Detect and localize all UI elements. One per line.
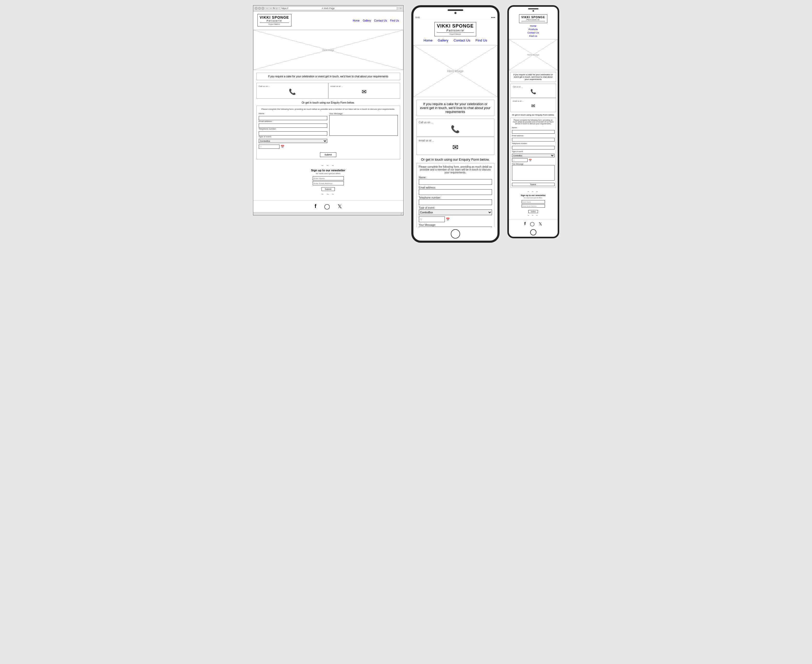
instagram-icon[interactable]: ◯	[324, 203, 330, 210]
mobile-newsletter-email[interactable]	[521, 204, 545, 208]
phone-logo-box: VIKKI SPONGE Patisserie Expert Bakers	[434, 22, 476, 36]
mobile-event-select[interactable]: ComboBox	[512, 154, 555, 157]
enquiry-form-wrapper: Please complete the following form, prov…	[257, 106, 400, 159]
email-box: email us at ... ✉	[328, 83, 400, 99]
mobile-nav-contact[interactable]: Contact Us	[527, 31, 539, 34]
mobile-tagline: If you require a cake for your celebrati…	[510, 72, 556, 82]
form-col-right: Your Message:	[329, 112, 398, 149]
browser-close-btn[interactable]	[255, 7, 257, 10]
phone-main-nav: Home Gallery Contact Us Find Us	[424, 38, 487, 42]
phone-event-select[interactable]: ComboBox	[419, 210, 492, 215]
browser-address-bar[interactable]: https://	[280, 7, 397, 10]
phone-status-bar: 9:41 ●●●	[413, 16, 497, 20]
browser-refresh-btn[interactable]: ↻	[273, 7, 275, 10]
mobile-name-label: Name:	[512, 127, 555, 129]
phone-calendar-icon[interactable]: 📅	[446, 218, 450, 221]
browser-home-nav-btn[interactable]: ⌂	[276, 7, 278, 10]
phone-telephone-label: Telephone number:	[419, 196, 492, 199]
mobile-event-label: Type of event:	[512, 151, 555, 152]
browser-back-btn[interactable]: ←	[266, 7, 269, 10]
message-textarea[interactable]	[329, 115, 398, 136]
mobile-nav-home[interactable]: Home	[527, 24, 539, 27]
phone-nav-gallery[interactable]: Gallery	[438, 38, 448, 42]
mobile-submit-button[interactable]: Submit	[512, 183, 555, 186]
phone-nav-contact[interactable]: Contact Us	[454, 38, 470, 42]
browser-min-btn[interactable]	[258, 7, 261, 10]
desktop-browser-frame: A Web Page ← → ↻ ⌂ https:// ☆ VIKKI SPON…	[253, 5, 404, 215]
nav-home[interactable]: Home	[353, 19, 360, 22]
mobile-nav-products[interactable]: Products	[527, 28, 539, 31]
phone-phone-icon: 📞	[419, 125, 492, 133]
phone-email-box: email us at ... ✉	[416, 137, 494, 155]
date-row: 📅	[259, 145, 327, 149]
enquiry-heading: Or get in touch using our Enquiry Form b…	[257, 101, 400, 104]
mobile-facebook-icon[interactable]: f	[524, 221, 526, 226]
mobile-newsletter-submit[interactable]: Submit	[528, 210, 538, 213]
mobile-nav-find-us[interactable]: Find Us	[527, 35, 539, 37]
event-type-select[interactable]: ComboBox	[259, 139, 327, 143]
mobile-email-icon: ✉	[513, 103, 554, 109]
mobile-name-input[interactable]	[512, 130, 555, 134]
mobile-frame: VIKKI SPONGE Patisserie Home Products Co…	[507, 5, 559, 238]
browser-toolbar: A Web Page ← → ↻ ⌂ https:// ☆	[253, 5, 403, 11]
mobile-calendar-icon[interactable]: 📅	[529, 159, 532, 162]
svg-line-0	[253, 30, 403, 70]
mobile-twitter-icon[interactable]: 𝕏	[539, 221, 542, 226]
newsletter-name-input[interactable]	[313, 176, 344, 181]
phone-date-input[interactable]	[419, 216, 445, 222]
mobile-telephone-label: Telephone number:	[512, 143, 555, 144]
tagline-section: If you require a cake for your celebrati…	[257, 73, 400, 80]
browser-statusbar: ⧊	[253, 212, 403, 215]
phone-home-button[interactable]	[451, 229, 460, 239]
nav-find-us[interactable]: Find Us	[390, 19, 399, 22]
browser-forward-btn[interactable]: →	[270, 7, 272, 10]
logo-tagline: Expert Bakers	[260, 23, 289, 25]
mobile-message-textarea[interactable]	[512, 165, 555, 181]
submit-button[interactable]: Submit	[320, 152, 336, 157]
mobile-speaker	[528, 8, 539, 9]
mobile-wavy-bottom: ~ ~ ~	[510, 214, 556, 217]
browser-bookmark-btn[interactable]: ☆	[400, 7, 402, 10]
phone-name-input[interactable]	[419, 179, 492, 185]
telephone-input[interactable]	[259, 131, 327, 135]
phone-logo-subtitle: Patisserie	[437, 29, 474, 32]
svg-line-2	[414, 46, 497, 97]
mobile-instagram-icon[interactable]: ◯	[530, 221, 534, 226]
phone-nav-home[interactable]: Home	[424, 38, 433, 42]
date-input[interactable]	[259, 145, 279, 149]
newsletter-subtitle: for news and special offers	[257, 173, 400, 175]
phone-name-label: Name:	[419, 176, 492, 179]
phone-email-input[interactable]	[419, 189, 492, 195]
phone-page: VIKKI SPONGE Patisserie Expert Bakers Ho…	[413, 20, 497, 227]
phone-message-textarea[interactable]	[419, 226, 492, 227]
phone-logo-title: VIKKI SPONGE	[437, 23, 474, 29]
twitter-icon[interactable]: 𝕏	[338, 203, 342, 210]
browser-max-btn[interactable]	[261, 7, 264, 10]
phone-event-label: Type of event:	[419, 207, 492, 209]
browser-title: A Web Page	[322, 7, 335, 10]
mobile-newsletter-name[interactable]	[521, 200, 545, 203]
nav-contact[interactable]: Contact Us	[374, 19, 387, 22]
phone-nav-find-us[interactable]: Find Us	[476, 38, 487, 42]
site-footer: f ◯ 𝕏	[253, 200, 403, 212]
browser-resize-handle[interactable]: ⧊	[400, 213, 402, 215]
mobile-telephone-input[interactable]	[512, 146, 555, 150]
submit-row: Submit	[259, 150, 398, 157]
email-input[interactable]	[259, 124, 327, 128]
phone-telephone-input[interactable]	[419, 199, 492, 205]
phone-signal: ●●●	[491, 16, 495, 19]
newsletter-submit-button[interactable]: Submit	[322, 187, 335, 191]
name-input[interactable]	[259, 116, 327, 120]
mobile-email-input[interactable]	[512, 138, 555, 142]
facebook-icon[interactable]: f	[315, 203, 316, 210]
calendar-icon[interactable]: 📅	[281, 145, 284, 148]
mobile-home-button[interactable]	[530, 229, 536, 236]
phone-enquiry-heading: Or get in touch using our Enquiry Form b…	[416, 158, 494, 161]
nav-gallery[interactable]: Gallery	[363, 19, 371, 22]
phone-content: VIKKI SPONGE Patisserie Expert Bakers Ho…	[413, 20, 497, 227]
mobile-hero-label: Hero Image	[527, 54, 539, 56]
mobile-date-input[interactable]	[512, 158, 528, 162]
desktop-page: VIKKI SPONGE Patisserie Expert Bakers Ho…	[253, 11, 403, 212]
mobile-newsletter-subtitle: for news and special offers	[510, 197, 556, 199]
newsletter-email-input[interactable]	[313, 181, 344, 186]
